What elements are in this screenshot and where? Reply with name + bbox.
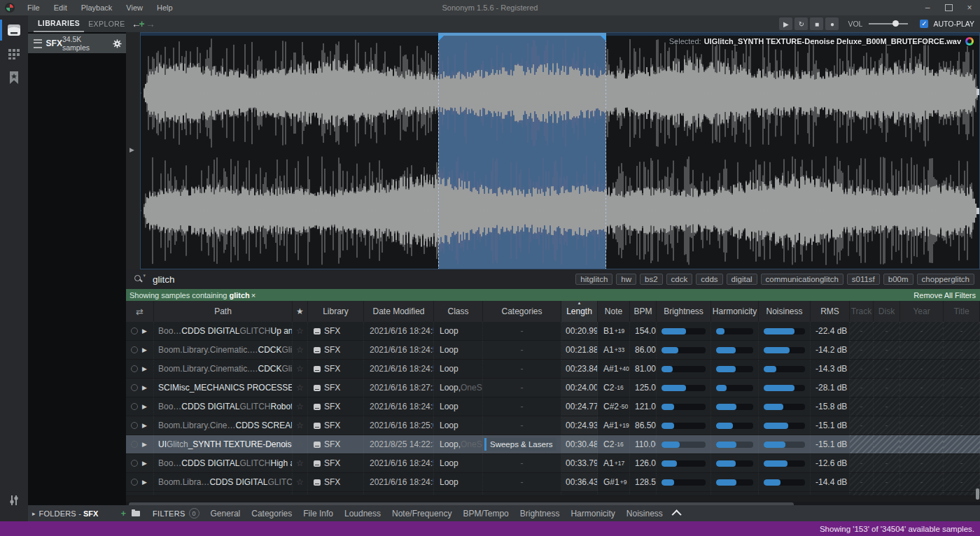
filter-panel-harmonicity[interactable]: Harmonicity [570,509,615,519]
filter-panel-categories[interactable]: Categories [251,509,292,519]
column-header-path[interactable]: Path [154,301,293,322]
row-play-icon[interactable]: ▶ [142,441,147,448]
filters-label[interactable]: FILTERS [153,509,186,518]
folder-icon[interactable] [132,511,140,516]
table-row[interactable]: ▶Boom.Library.Cinematic.… CDCK Glitch 07… [126,360,980,379]
table-row[interactable]: ▶UIGlitch_SYNTH TEXTURE-Denoise Deluxe_B… [126,435,980,454]
menu-help[interactable]: Help [150,0,180,15]
star-icon[interactable]: ☆ [296,402,304,411]
remove-filter-icon[interactable]: × [251,291,255,299]
play-button[interactable]: ▶ [779,17,792,30]
record-button[interactable]: ● [825,17,839,30]
filter-panel-loudness[interactable]: Loudness [344,509,381,519]
star-icon[interactable]: ☆ [296,439,304,449]
row-play-icon[interactable]: ▶ [142,384,147,391]
tag-chip[interactable]: digital [727,274,757,285]
analysis-ring-icon[interactable] [965,37,974,45]
select-circle-icon[interactable] [131,346,138,353]
tag-chip[interactable]: hw [616,274,636,285]
tag-chip[interactable]: chopperglitch [917,274,974,285]
filter-panel-general[interactable]: General [211,509,241,519]
column-header-length[interactable]: ▲Length [561,301,598,322]
library-settings-button[interactable] [113,39,122,48]
autoplay-checkbox[interactable]: ✓ [920,20,928,28]
vertical-scrollbar-thumb[interactable] [976,488,979,500]
shuffle-icon[interactable]: ⇄ [136,306,144,317]
column-header-track[interactable]: Track [850,301,874,322]
star-icon[interactable]: ☆ [296,326,304,336]
table-row-partial[interactable] [126,492,980,496]
column-header-title[interactable]: Title [944,301,980,322]
loop-button[interactable]: ↻ [794,17,808,30]
column-header-class[interactable]: Class [434,301,483,322]
select-circle-icon[interactable] [131,460,138,467]
forward-button[interactable]: → [146,18,155,29]
table-row[interactable]: ▶SCIMisc_MECHANICS PROCESSED Glitch_B00M… [126,379,980,397]
rail-item-settings[interactable] [0,490,28,511]
rail-item-browser[interactable] [0,43,28,64]
library-item-sfx[interactable]: SFX 34.5K samples [28,34,126,53]
filter-panel-file-info[interactable]: File Info [303,509,333,519]
minimize-button[interactable]: – [917,0,938,15]
volume-slider[interactable] [869,23,908,24]
row-play-icon[interactable]: ▶ [142,346,147,353]
column-header-library[interactable]: Library [308,301,364,322]
select-circle-icon[interactable] [131,365,138,372]
column-header-rms[interactable]: RMS [811,301,850,322]
select-circle-icon[interactable] [131,441,138,448]
star-icon[interactable]: ☆ [296,421,304,430]
column-header-star[interactable]: ★ [293,301,308,322]
filter-panel-brightness[interactable]: Brightness [520,509,560,519]
tab-libraries[interactable]: LIBRARIES [34,15,84,32]
add-library-button[interactable]: + [139,18,145,29]
table-row[interactable]: ▶Boo… CDDS DIGITAL GLITCH Up and Down.wa… [126,322,980,341]
select-circle-icon[interactable] [131,422,138,429]
minimap-selection[interactable] [438,33,606,36]
table-row[interactable]: ▶Boom.Library.Cinematic.… CDCK Glitch 03… [126,341,980,360]
column-header-note[interactable]: Note [598,301,630,322]
search-input[interactable]: glitch [153,274,175,285]
select-circle-icon[interactable] [131,479,138,486]
folders-label[interactable]: FOLDERS - [39,509,81,518]
row-play-icon[interactable]: ▶ [142,479,147,486]
selection-handle-right-icon[interactable] [601,36,606,41]
row-play-icon[interactable]: ▶ [142,327,147,334]
column-header-disk[interactable]: Disk [874,301,900,322]
playhead-marker-icon[interactable]: ▶ [130,146,134,153]
channel-handle-top[interactable] [976,89,979,95]
rail-item-libraries[interactable] [0,20,28,41]
column-header-categories[interactable]: Categories [483,301,561,322]
category-chip[interactable]: Sweeps & Lasers [484,438,556,451]
tag-chip[interactable]: bs2 [640,274,663,285]
column-header-date[interactable]: Date Modified [364,301,434,322]
waveform-selection[interactable] [438,33,606,269]
selection-handle-left-icon[interactable] [438,36,444,41]
waveform-display[interactable]: Selected: UIGlitch_SYNTH TEXTURE-Denoise… [140,32,980,269]
library-menu-icon[interactable] [34,39,42,48]
menu-edit[interactable]: Edit [47,0,74,15]
menu-view[interactable]: View [119,0,150,15]
tag-chip[interactable]: s011sf [847,274,880,285]
filter-panel-noisiness[interactable]: Noisiness [626,509,663,519]
column-header-harmonicity[interactable]: Harmonicity [711,301,759,322]
tag-chip[interactable]: cdck [666,274,693,285]
star-icon[interactable]: ☆ [296,477,304,487]
channel-handle-bottom[interactable] [976,208,979,214]
column-header-brightness[interactable]: Brightness [657,301,711,322]
tab-explore[interactable]: EXPLORE [84,15,129,32]
remove-all-filters-button[interactable]: Remove All Filters [913,291,976,299]
add-folder-button[interactable]: + [120,508,126,519]
filter-panel-bpm-tempo[interactable]: BPM/Tempo [463,509,508,519]
table-row[interactable]: ▶Boo… CDDS DIGITAL GLITCH High and Low.w… [126,454,980,473]
star-icon[interactable]: ☆ [296,364,304,374]
star-icon[interactable]: ☆ [296,383,304,393]
tag-chip[interactable]: cdds [696,274,722,285]
star-icon[interactable]: ☆ [296,458,304,468]
select-circle-icon[interactable] [131,384,138,391]
select-circle-icon[interactable] [131,403,138,410]
filter-panel-note-frequency[interactable]: Note/Frequency [392,509,451,519]
rail-item-bookmarks[interactable] [0,67,28,88]
waveform-minimap[interactable] [141,33,980,36]
row-play-icon[interactable]: ▶ [142,422,147,429]
tag-chip[interactable]: hitglitch [575,274,612,285]
